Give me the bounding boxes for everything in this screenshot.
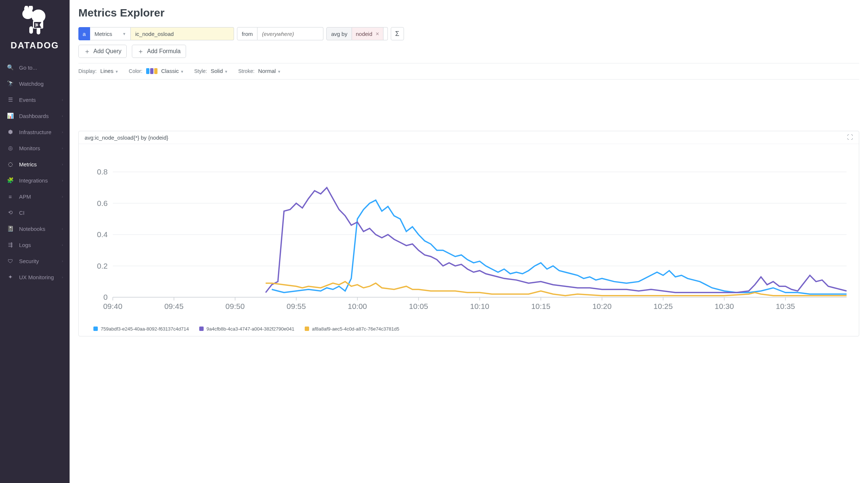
- sidebar-item-label: APM: [19, 193, 31, 200]
- svg-text:10:00: 10:00: [348, 302, 367, 310]
- sidebar-item-integrations[interactable]: 🧩Integrations›: [0, 172, 70, 188]
- main-content: Metrics Explorer a Metrics ▼ from avg by…: [70, 0, 868, 483]
- sidebar-item-watchdog[interactable]: 🔭Watchdog: [0, 75, 70, 92]
- datadog-logo-icon: [18, 6, 51, 36]
- sidebar-item-label: Integrations: [19, 177, 48, 184]
- chevron-right-icon: ›: [62, 130, 63, 134]
- stroke-select[interactable]: Normal▼: [258, 68, 281, 74]
- metric-source-label: Metrics: [94, 31, 112, 37]
- integrations-icon: 🧩: [7, 177, 14, 184]
- chevron-right-icon: ›: [62, 114, 63, 118]
- color-label: Color:: [129, 68, 142, 74]
- metrics-icon: ◌: [7, 161, 14, 167]
- metric-name-input[interactable]: [131, 27, 234, 40]
- scope-input[interactable]: [257, 27, 323, 40]
- svg-text:10:35: 10:35: [776, 302, 795, 310]
- chevron-right-icon: ›: [62, 195, 63, 199]
- legend-item[interactable]: 759abdf3-e245-40aa-8092-f63137c4d714: [93, 326, 189, 332]
- from-label: from: [237, 27, 257, 40]
- sidebar-item-label: Monitors: [19, 145, 40, 151]
- events-icon: ☰: [7, 96, 14, 103]
- security-icon: 🛡: [7, 258, 14, 264]
- metrics-chart[interactable]: 00.20.40.60.809:4009:4509:5009:5510:0010…: [85, 150, 853, 317]
- logs-icon: ⇶: [7, 242, 14, 248]
- sidebar-item-label: UX Monitoring: [19, 274, 54, 280]
- sidebar-item-label: Infrastructure: [19, 129, 51, 135]
- svg-text:0: 0: [103, 293, 108, 301]
- remove-tag-icon[interactable]: ✕: [375, 31, 379, 37]
- add-formula-button[interactable]: ＋ Add Formula: [132, 45, 186, 58]
- svg-text:09:55: 09:55: [287, 302, 306, 310]
- monitors-icon: ◎: [7, 145, 14, 151]
- svg-text:10:05: 10:05: [409, 302, 428, 310]
- metric-source-select[interactable]: Metrics ▼: [90, 27, 131, 40]
- sidebar-item-label: Notebooks: [19, 226, 45, 232]
- query-actions: ＋ Add Query ＋ Add Formula: [78, 45, 859, 58]
- legend-swatch: [93, 327, 98, 331]
- brand-name: DATADOG: [4, 40, 66, 51]
- svg-text:0.4: 0.4: [97, 230, 108, 239]
- svg-text:10:30: 10:30: [715, 302, 734, 310]
- sidebar-item-apm[interactable]: ≡APM›: [0, 188, 70, 204]
- sidebar-item-infrastructure[interactable]: ⬢Infrastructure›: [0, 124, 70, 140]
- sigma-button[interactable]: Σ: [391, 27, 404, 40]
- svg-text:09:45: 09:45: [164, 302, 183, 310]
- sidebar-item-label: CI: [19, 210, 25, 216]
- svg-text:10:15: 10:15: [531, 302, 550, 310]
- svg-rect-5: [29, 26, 33, 34]
- svg-text:10:20: 10:20: [592, 302, 611, 310]
- add-tag-input[interactable]: [383, 27, 388, 40]
- color-swatch-icon: [146, 68, 157, 74]
- svg-text:0.8: 0.8: [97, 167, 108, 176]
- svg-text:09:50: 09:50: [226, 302, 245, 310]
- sidebar-item-dashboards[interactable]: 📊Dashboards›: [0, 108, 70, 124]
- chevron-right-icon: ›: [62, 98, 63, 102]
- aggregation-select[interactable]: avg by: [326, 27, 352, 40]
- sidebar-item-monitors[interactable]: ◎Monitors›: [0, 140, 70, 156]
- legend-swatch: [199, 327, 204, 331]
- chevron-down-icon: ▼: [122, 32, 126, 36]
- chevron-right-icon: ›: [62, 275, 63, 279]
- add-query-label: Add Query: [93, 48, 121, 55]
- query-row: a Metrics ▼ from avg by nodeid ✕ Σ: [78, 27, 859, 40]
- divider: [78, 63, 859, 63]
- dashboards-icon: 📊: [7, 113, 14, 119]
- sidebar-item-security[interactable]: 🛡Security›: [0, 253, 70, 269]
- chevron-right-icon: ›: [62, 243, 63, 247]
- svg-text:10:10: 10:10: [470, 302, 489, 310]
- sidebar-item-metrics[interactable]: ◌Metrics›: [0, 156, 70, 172]
- chevron-down-icon: ▼: [225, 70, 228, 74]
- sidebar-item-ux-monitoring[interactable]: ✦UX Monitoring›: [0, 269, 70, 285]
- binoculars-icon: 🔭: [7, 80, 14, 87]
- logo[interactable]: DATADOG: [0, 0, 70, 59]
- groupby-tag[interactable]: nodeid ✕: [352, 27, 383, 40]
- chart-series-0[interactable]: [272, 200, 846, 294]
- chevron-right-icon: ›: [62, 146, 63, 150]
- color-select[interactable]: Classic▼: [161, 68, 184, 74]
- query-letter[interactable]: a: [78, 27, 90, 40]
- fullscreen-icon[interactable]: ⛶: [847, 134, 853, 141]
- apm-icon: ≡: [7, 193, 14, 200]
- chevron-right-icon: ›: [62, 227, 63, 231]
- sidebar-item-ci[interactable]: ⟲CI: [0, 204, 70, 221]
- sidebar-item-label: Metrics: [19, 161, 37, 167]
- sidebar-item-label: Events: [19, 97, 36, 103]
- legend-item[interactable]: 9a4cfb8b-4ca3-4747-a004-382f2790e041: [199, 326, 294, 332]
- sidebar-item-logs[interactable]: ⇶Logs›: [0, 237, 70, 253]
- svg-text:10:25: 10:25: [653, 302, 672, 310]
- chevron-right-icon: ›: [62, 259, 63, 263]
- chevron-down-icon: ▼: [277, 70, 281, 74]
- chart-card: avg:ic_node_osload{*} by {nodeid} ⛶ 00.2…: [78, 131, 859, 336]
- legend-label: 9a4cfb8b-4ca3-4747-a004-382f2790e041: [207, 326, 294, 332]
- chart-series-2[interactable]: [266, 281, 846, 295]
- add-query-button[interactable]: ＋ Add Query: [78, 45, 127, 58]
- legend-item[interactable]: af8a8af9-aec5-4c0d-a87c-76e74c3781d5: [305, 326, 400, 332]
- sidebar-item-events[interactable]: ☰Events›: [0, 92, 70, 108]
- display-select[interactable]: Lines▼: [100, 68, 119, 74]
- legend-label: 759abdf3-e245-40aa-8092-f63137c4d714: [101, 326, 189, 332]
- svg-rect-6: [37, 28, 40, 34]
- style-select[interactable]: Solid▼: [211, 68, 228, 74]
- sidebar-item-go-to-[interactable]: 🔍Go to...: [0, 59, 70, 75]
- svg-text:0.6: 0.6: [97, 199, 108, 207]
- sidebar-item-notebooks[interactable]: 📓Notebooks›: [0, 221, 70, 237]
